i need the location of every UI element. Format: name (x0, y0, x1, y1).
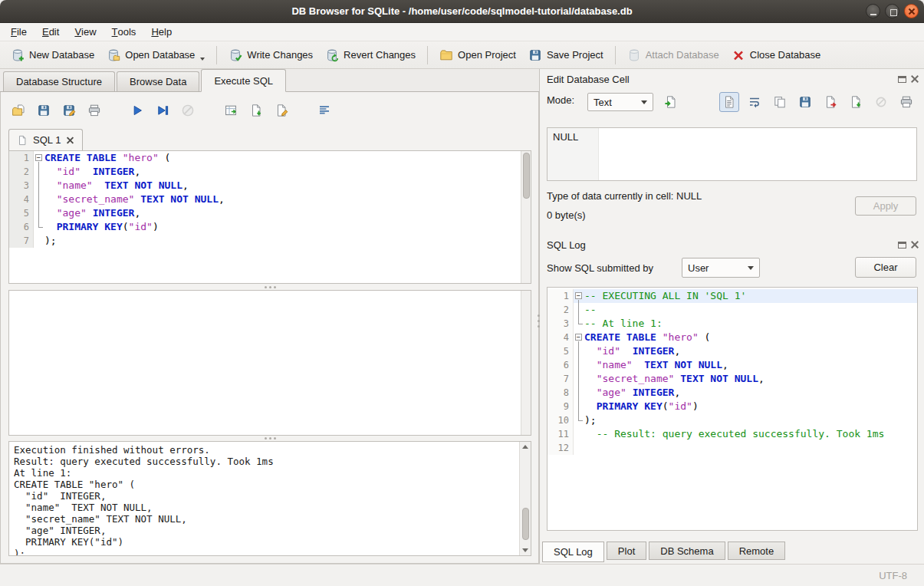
tab-sql-1[interactable]: SQL 1 (8, 129, 83, 150)
menu-item-help[interactable]: Help (143, 23, 179, 41)
results-scrollbar[interactable] (521, 291, 531, 435)
fold-marker-icon[interactable]: − (574, 289, 584, 303)
code-text: PRIMARY KEY("id") (584, 400, 917, 413)
open-sql-file-button[interactable] (8, 100, 28, 120)
menu-item-edit[interactable]: Edit (35, 23, 67, 41)
line-number: 6 (547, 358, 574, 372)
open-project-icon (439, 48, 453, 62)
execution-message-text: Execution finished without errors. Resul… (9, 442, 519, 555)
execute-current-line-button[interactable] (153, 100, 173, 120)
status-bar: UTF-8 (0, 564, 924, 586)
scrollbar-thumb[interactable] (522, 508, 529, 540)
encoding-indicator[interactable]: UTF-8 (879, 570, 907, 581)
menu-item-tools[interactable]: Tools (104, 23, 144, 41)
save-cell-button[interactable] (795, 92, 815, 112)
panel-splitter-handle[interactable] (538, 314, 540, 328)
code-line-4: 4−CREATE TABLE "hero" ( (547, 331, 917, 344)
fold-marker-icon[interactable]: − (574, 331, 584, 344)
chevron-down-icon (748, 266, 754, 270)
execution-message-log[interactable]: Execution finished without errors. Resul… (8, 441, 531, 556)
dropdown-arrow-icon[interactable] (200, 58, 205, 61)
cell-editor[interactable]: NULL (547, 127, 917, 181)
dock-close-icon[interactable] (911, 241, 919, 249)
tab-execute-sql[interactable]: Execute SQL (201, 69, 286, 92)
dock-tab-db-schema[interactable]: DB Schema (649, 542, 725, 560)
code-text: CREATE TABLE "hero" ( (44, 151, 531, 165)
copy-cell-button[interactable] (770, 92, 790, 112)
import-data-button[interactable] (661, 92, 681, 112)
tab-browse-data[interactable]: Browse Data (117, 71, 199, 91)
export-cell-button[interactable] (820, 92, 840, 112)
stop-execution-button[interactable] (178, 100, 198, 120)
edit-sql-button[interactable] (271, 100, 291, 120)
fold-gutter (34, 179, 44, 193)
fold-gutter (34, 234, 44, 248)
dock-tab-plot[interactable]: Plot (607, 542, 646, 560)
cell-size-text: 0 byte(s) (547, 209, 586, 221)
save-project-icon (528, 48, 542, 62)
menu-item-file[interactable]: File (3, 23, 35, 41)
dock-float-icon[interactable] (898, 76, 906, 83)
tab-database-structure[interactable]: Database Structure (3, 71, 115, 91)
text-mode-button[interactable] (719, 92, 739, 112)
code-line-3: 3 "name" TEXT NOT NULL, (9, 179, 531, 193)
code-line-2: 2-- (547, 303, 917, 317)
line-number: 4 (9, 193, 34, 206)
new-database-button[interactable]: New Database (5, 44, 100, 66)
dock-tab-sql-log[interactable]: SQL Log (542, 542, 604, 562)
scroll-up-icon[interactable] (522, 445, 528, 449)
save-results-button[interactable] (246, 100, 266, 120)
scroll-down-icon[interactable] (522, 548, 528, 552)
line-number: 4 (547, 331, 574, 344)
sql-log-code: 1−-- EXECUTING ALL IN 'SQL 1'2--3-- At l… (547, 289, 917, 455)
sql-tab-label: SQL 1 (33, 134, 61, 146)
mode-select[interactable]: Text (587, 93, 653, 111)
main-area: Database StructureBrowse DataExecute SQL… (0, 69, 539, 564)
minimize-icon[interactable] (866, 4, 880, 18)
print-cell-button[interactable] (896, 92, 916, 112)
results-grid[interactable] (8, 290, 531, 436)
maximize-icon[interactable] (885, 4, 899, 18)
apply-button[interactable]: Apply (855, 196, 916, 216)
close-tab-icon[interactable] (66, 136, 74, 144)
print-sql-button[interactable] (84, 100, 104, 120)
execute-all-button[interactable] (127, 100, 147, 120)
fold-marker-icon[interactable]: − (34, 151, 44, 165)
log-scrollbar[interactable] (519, 442, 531, 555)
scrollbar-thumb[interactable] (523, 153, 530, 199)
format-sql-button[interactable] (314, 100, 334, 120)
write-changes-button[interactable]: Write Changes (222, 44, 319, 66)
new-database-icon (11, 48, 25, 62)
sql-editor[interactable]: 1−CREATE TABLE "hero" (2 "id" INTEGER,3 … (8, 150, 531, 284)
save-project-button[interactable]: Save Project (522, 44, 610, 66)
save-sql-as-button[interactable] (59, 100, 79, 120)
attach-database-button[interactable]: Attach Database (621, 44, 725, 66)
close-database-button[interactable]: Close Database (725, 44, 827, 66)
splitter-handle[interactable] (8, 284, 531, 290)
code-line-2: 2 "id" INTEGER, (9, 165, 531, 179)
window-titlebar[interactable]: DB Browser for SQLite - /home/user/code/… (0, 0, 924, 23)
execute-sql-page: SQL 1 1−CREATE TABLE "hero" (2 "id" INTE… (0, 92, 539, 564)
menu-item-view[interactable]: View (67, 23, 104, 41)
word-wrap-button[interactable] (745, 92, 765, 112)
open-project-button[interactable]: Open Project (433, 44, 522, 66)
dock-float-icon[interactable] (898, 242, 906, 249)
clear-log-button[interactable]: Clear (855, 257, 916, 278)
editor-scrollbar[interactable] (521, 151, 531, 283)
set-null-button[interactable] (871, 92, 891, 112)
dock-tab-remote[interactable]: Remote (728, 542, 786, 560)
sql-log-view[interactable]: 1−-- EXECUTING ALL IN 'SQL 1'2--3-- At l… (547, 287, 918, 531)
export-results-button[interactable] (221, 100, 241, 120)
dock-close-icon[interactable] (911, 75, 919, 83)
fold-gutter (574, 386, 584, 400)
close-window-icon[interactable] (904, 4, 919, 18)
toolbar-separator (427, 46, 428, 64)
revert-changes-button[interactable]: Revert Changes (319, 44, 422, 66)
open-database-button[interactable]: Open Database (100, 44, 211, 66)
splitter-handle[interactable] (8, 436, 531, 441)
execute-sql-toolbar (8, 100, 334, 121)
sql-log-filter-select[interactable]: User (682, 258, 760, 278)
save-as-button[interactable] (846, 92, 866, 112)
save-sql-file-button[interactable] (34, 100, 54, 120)
code-line-4: 4 "secret_name" TEXT NOT NULL, (9, 193, 531, 206)
